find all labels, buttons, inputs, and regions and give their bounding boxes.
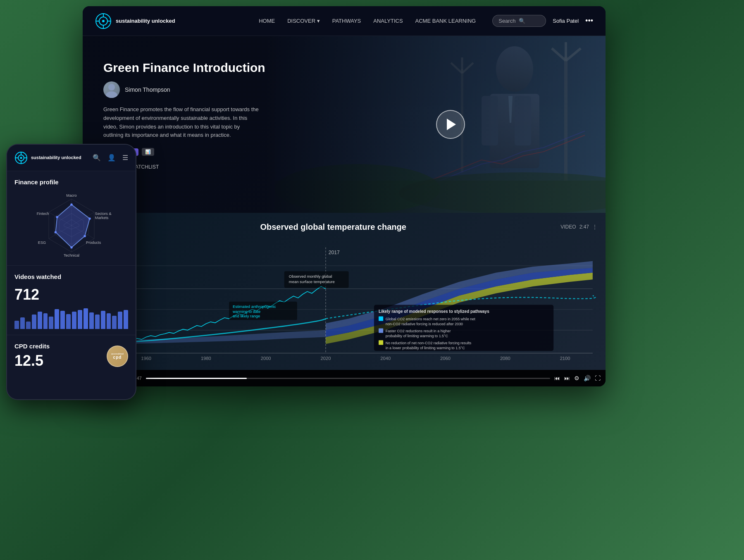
svg-text:Global CO2 emissions reach net: Global CO2 emissions reach net zero in 2… (386, 317, 475, 321)
skip-back[interactable]: ⏮ (554, 375, 560, 381)
nav-home[interactable]: HOME (259, 18, 275, 24)
svg-text:and likely range: and likely range (233, 314, 260, 318)
svg-text:1960: 1960 (141, 356, 151, 361)
desktop-navbar: sustainability unlocked HOME DISCOVER ▾ … (83, 6, 606, 36)
bar-item (107, 313, 111, 329)
nav-links: HOME DISCOVER ▾ PATHWAYS ANALYTICS ACME … (259, 18, 476, 24)
svg-text:Faster CO2 reductions result i: Faster CO2 reductions result in a higher (386, 329, 451, 333)
bar-item (78, 310, 82, 329)
logo-icon (95, 13, 112, 29)
bar-item (14, 321, 19, 329)
hero-title: Green Finance Introduction (103, 61, 318, 75)
nav-right: Search 🔍 Sofia Patel ••• (492, 15, 593, 27)
svg-text:Observed monthly global: Observed monthly global (289, 274, 332, 279)
svg-point-87 (70, 246, 73, 249)
bar-item (124, 310, 128, 329)
svg-text:2020: 2020 (321, 356, 331, 361)
bar-item (83, 308, 88, 329)
search-box[interactable]: Search 🔍 (492, 15, 546, 27)
bar-item (49, 317, 53, 329)
desktop-logo[interactable]: sustainability unlocked (95, 13, 175, 29)
nav-discover[interactable]: DISCOVER ▾ (287, 18, 320, 24)
more-icon[interactable]: ••• (585, 17, 593, 25)
mobile-profile-icon[interactable]: 👤 (107, 154, 116, 162)
nav-acme[interactable]: ACME BANK LEARNING (415, 18, 476, 24)
videos-bar-chart (14, 308, 128, 329)
bar-item (95, 315, 100, 329)
play-button[interactable] (436, 110, 465, 139)
cpd-badge-line1: accredited (111, 353, 124, 355)
cpd-value: 12.5 (14, 352, 50, 369)
mobile-logo[interactable]: sustainability unlocked (14, 151, 93, 164)
bar-item (32, 315, 36, 329)
tag-bar-chart: 📊 (142, 148, 154, 156)
svg-text:No reduction of net non-CO2 ra: No reduction of net non-CO2 radiative fo… (386, 341, 472, 345)
progress-bar[interactable] (146, 378, 550, 379)
hero-description: Green Finance promotes the flow of finan… (103, 105, 260, 140)
video-title: Observed global temperature change (260, 222, 406, 232)
author-avatar (103, 81, 120, 98)
hero-author: Simon Thompson (103, 81, 318, 98)
desktop-logo-text: sustainability unlocked (116, 18, 175, 24)
cpd-title: CPD credits (14, 343, 50, 350)
svg-point-26 (106, 91, 117, 98)
svg-point-85 (88, 217, 91, 220)
volume-control[interactable]: 🔊 (584, 375, 591, 381)
mobile-nav-icons: 🔍 👤 ☰ (93, 154, 128, 162)
cpd-left: CPD credits 12.5 (14, 343, 50, 369)
svg-text:in a lower probability of limi: in a lower probability of limiting warmi… (386, 346, 465, 350)
cpd-badge: accredited cpd (107, 346, 128, 367)
user-name: Sofia Patel (553, 18, 579, 24)
svg-text:Likely range of modeled respon: Likely range of modeled responses to sty… (379, 309, 489, 314)
svg-text:2100: 2100 (560, 356, 570, 361)
bar-item (43, 313, 48, 329)
fullscreen-control[interactable]: ⛶ (595, 375, 601, 381)
mobile-logo-icon (14, 151, 28, 164)
finance-profile-title: Finance profile (14, 179, 128, 186)
video-more-icon[interactable]: ⋮ (592, 224, 597, 230)
svg-marker-83 (55, 205, 90, 248)
videos-watched-section: Videos watched 712 (7, 266, 136, 335)
progress-fill (146, 378, 247, 379)
mobile-menu-icon[interactable]: ☰ (122, 154, 128, 162)
svg-text:probability of limiting warmin: probability of limiting warming to 1.5°C (386, 334, 448, 338)
svg-text:2080: 2080 (500, 356, 510, 361)
mobile-navbar: sustainability unlocked 🔍 👤 ☰ (7, 145, 136, 171)
temperature-chart: 2.0 1.5 1.0 0.5 1960 1980 2000 2020 (91, 234, 597, 381)
radar-chart: Macro Fintech Sectors & Markets ESG Prod… (14, 191, 128, 260)
mobile-phone: sustainability unlocked 🔍 👤 ☰ Finance pr… (6, 144, 136, 400)
skip-forward[interactable]: ⏭ (564, 375, 570, 381)
svg-text:warming to date: warming to date (232, 309, 260, 314)
nav-analytics[interactable]: ANALYTICS (373, 18, 403, 24)
svg-text:non-CO2 radiative forcing is r: non-CO2 radiative forcing is reduced aft… (386, 322, 463, 326)
desktop-screen: sustainability unlocked HOME DISCOVER ▾ … (83, 6, 606, 386)
svg-text:Products: Products (86, 241, 101, 245)
finance-profile-section: Finance profile (7, 171, 136, 266)
video-content: Observed global temperature change VIDEO… (83, 213, 606, 370)
video-section: Observed global temperature change VIDEO… (83, 213, 606, 386)
svg-rect-65 (379, 340, 383, 345)
svg-text:Sectors &: Sectors & (95, 212, 111, 216)
svg-text:Fintech: Fintech (36, 212, 49, 216)
mobile-search-icon[interactable]: 🔍 (93, 154, 101, 162)
video-duration-label: VIDEO (560, 224, 576, 230)
videos-watched-count: 712 (14, 286, 128, 303)
hero-section: Green Finance Introduction Simon Thompso… (83, 36, 606, 213)
svg-point-25 (108, 84, 115, 91)
video-header: Observed global temperature change VIDEO… (91, 219, 597, 234)
author-name: Simon Thompson (125, 86, 170, 93)
bar-item (55, 309, 59, 329)
svg-text:mean surface temperature: mean surface temperature (289, 279, 335, 284)
cpd-section: CPD credits 12.5 accredited cpd (7, 335, 136, 377)
svg-text:ESG: ESG (38, 241, 45, 245)
video-player: Observed global temperature change VIDEO… (83, 213, 606, 386)
nav-pathways[interactable]: PATHWAYS (332, 18, 361, 24)
search-label: Search (498, 18, 515, 24)
bar-item (101, 311, 105, 329)
svg-text:Estimated anthropogenic: Estimated anthropogenic (233, 304, 276, 309)
svg-point-84 (70, 203, 73, 206)
videos-watched-title: Videos watched (14, 273, 128, 280)
svg-point-88 (54, 231, 57, 234)
settings-control[interactable]: ⚙ (574, 375, 579, 381)
search-icon: 🔍 (519, 18, 525, 24)
